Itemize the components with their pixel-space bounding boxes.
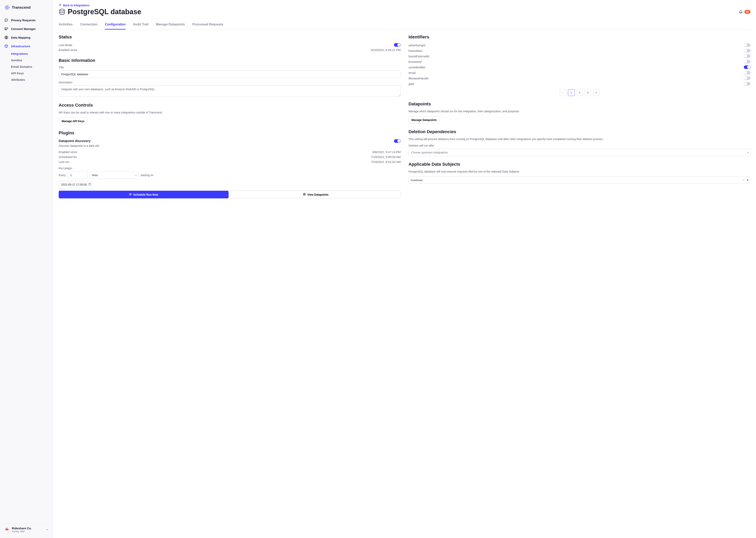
deletion-section: Deletion Dependencies This setting will … (408, 129, 750, 156)
deletion-label: Deletion will run after (408, 144, 750, 147)
notifications[interactable]: 65 (739, 10, 750, 14)
identifier-row: brazeExternalId (408, 53, 750, 59)
nav-sub-email-domains[interactable]: Email Domains (11, 63, 53, 70)
deletion-heading: Deletion Dependencies (408, 129, 750, 134)
tab-audit-trail[interactable]: Audit Trail (133, 21, 148, 29)
title-label: Title (59, 66, 401, 69)
status-section: Status Live Mode Enabled since 4/10/2022… (59, 34, 401, 52)
title-input[interactable] (59, 71, 401, 78)
subjects-helper: PostgreSQL database will only execute re… (408, 170, 750, 174)
subject-tag: Customer (411, 179, 423, 182)
nav-consent-manager[interactable]: Consent Manager (0, 25, 53, 33)
svg-point-10 (130, 194, 131, 195)
svg-rect-3 (5, 27, 8, 29)
tab-connection[interactable]: Connection (80, 21, 97, 29)
nav-sub-integrations[interactable]: Integrations (11, 50, 53, 57)
globe-icon (4, 35, 8, 39)
schedule-run-button[interactable]: Schedule Run Now (59, 191, 229, 198)
start-date-input[interactable] (59, 181, 93, 188)
identifiers-section: Identifiers advertisingIdbrazeAliasbraze… (408, 34, 750, 96)
database-icon (59, 9, 65, 15)
every-input[interactable] (68, 171, 87, 179)
nav-sub-sombra[interactable]: Sombra (11, 57, 53, 63)
svg-point-1 (5, 5, 9, 10)
starting-label: starting on (141, 174, 153, 177)
identifier-toggle[interactable] (744, 43, 750, 47)
identifier-toggle[interactable] (744, 65, 750, 69)
pager: 1 2 3 (408, 89, 750, 96)
tab-activities[interactable]: Activities (59, 21, 72, 29)
chevron-down-icon (46, 528, 49, 531)
nav-sub-attributes[interactable]: Attributes (11, 77, 53, 83)
description-label: Description (59, 81, 401, 84)
identifier-row: gaid (408, 81, 750, 86)
pager-2[interactable]: 2 (576, 89, 583, 96)
datapoints-heading: Datapoints (408, 101, 750, 107)
chat-icon (4, 18, 8, 22)
every-label: Every (59, 174, 66, 177)
description-textarea[interactable] (59, 85, 401, 96)
identifier-row: brazeAlias (408, 48, 750, 53)
logo[interactable]: Transcend (0, 5, 53, 16)
subjects-select[interactable]: Customer × ▾ (408, 177, 750, 184)
pager-3[interactable]: 3 (585, 89, 591, 96)
svg-point-7 (60, 9, 64, 11)
back-label: Back to Integrations (63, 4, 90, 7)
pager-prev[interactable] (560, 89, 566, 96)
plugin-scheduled-label: Scheduled for (59, 155, 77, 159)
manage-datapoints-button[interactable]: Manage Datapoints (408, 116, 440, 124)
back-link[interactable]: Back to Integrations (59, 4, 90, 7)
datapoint-discovery-toggle[interactable] (394, 139, 401, 143)
identifier-toggle[interactable] (744, 49, 750, 52)
identifier-label: advertisingId (408, 43, 425, 47)
nav-data-mapping[interactable]: Data Mapping (0, 33, 53, 42)
datapoints-section: Datapoints Manage which datapoints shoul… (408, 101, 750, 124)
tab-manage-datapoints[interactable]: Manage Datapoints (156, 21, 185, 29)
sidebar: Transcend Privacy Requests Consent Manag… (0, 0, 53, 538)
identifier-toggle[interactable] (744, 77, 750, 80)
access-helper: API Keys can be used to interact with on… (59, 111, 401, 115)
identifiers-heading: Identifiers (408, 34, 750, 40)
notification-badge: 65 (744, 10, 750, 14)
live-mode-toggle[interactable] (394, 43, 401, 47)
tabs: Activities Connection Configuration Audi… (59, 21, 750, 30)
identifier-toggle[interactable] (744, 54, 750, 58)
brand-name: Transcend (12, 5, 30, 10)
nav-label: Consent Manager (11, 27, 36, 30)
org-switcher[interactable]: Rideshare Co. Karley Skill (0, 524, 53, 536)
identifier-label: browserId (408, 60, 421, 63)
page-title-text: PostgreSQL database (68, 8, 141, 16)
cube-icon (4, 44, 8, 48)
deletion-select[interactable] (408, 149, 750, 156)
identifier-label: brazeAlias (408, 49, 422, 52)
identifier-toggle[interactable] (744, 60, 750, 63)
access-heading: Access Controls (59, 103, 401, 108)
identifier-label: email (408, 71, 416, 75)
pager-next[interactable] (593, 89, 599, 96)
svg-point-9 (129, 193, 131, 195)
live-mode-label: Live Mode (59, 43, 72, 47)
nav-label: Infrastructure (11, 44, 30, 48)
nav-label: Data Mapping (11, 36, 30, 39)
nav-infrastructure[interactable]: Infrastructure (0, 42, 53, 50)
identifier-row: email (408, 70, 750, 76)
chevron-down-icon: ▾ (747, 179, 748, 182)
manage-api-keys-button[interactable]: Manage API Keys (59, 117, 87, 125)
nav-privacy-requests[interactable]: Privacy Requests (0, 16, 53, 25)
nav-sub-api-keys[interactable]: API Keys (11, 70, 53, 77)
schedule-run-label: Schedule Run Now (133, 193, 158, 196)
plugin-lastrun-value: 7/19/2022, 8:01:02 AM (371, 160, 401, 164)
pager-1[interactable]: 1 (568, 89, 575, 96)
identifier-toggle[interactable] (744, 82, 750, 85)
close-icon[interactable]: × (742, 178, 745, 182)
identifier-toggle[interactable] (744, 71, 750, 75)
svg-rect-4 (5, 29, 7, 30)
view-datapoints-button[interactable]: View Datapoints (231, 191, 401, 198)
bell-icon (739, 10, 743, 14)
view-datapoints-label: View Datapoints (307, 193, 329, 196)
run-plugin-label: Run plugin: (59, 167, 401, 170)
identifier-row: advertisingId (408, 42, 750, 48)
tab-configuration[interactable]: Configuration (105, 21, 125, 29)
tab-processed-requests[interactable]: Processed Requests (192, 21, 223, 29)
unit-select[interactable] (89, 171, 139, 179)
